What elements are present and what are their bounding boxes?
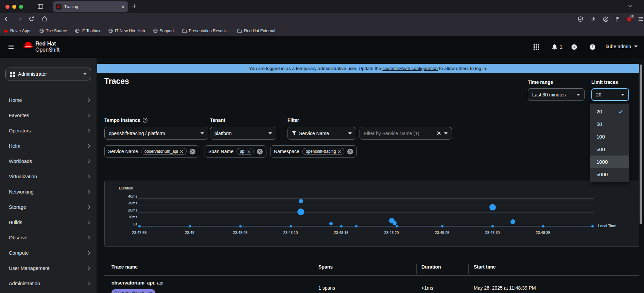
limit-option-100[interactable]: 100 [590, 130, 629, 143]
sidebar-item-administration[interactable]: Administration [0, 278, 97, 289]
limit-traces-select[interactable]: 20 [591, 88, 629, 101]
sidebar-item-virtualization[interactable]: Virtualization [0, 171, 97, 182]
trace-point[interactable] [297, 208, 304, 215]
trace-point[interactable] [393, 221, 397, 225]
clear-chip-group-icon[interactable] [347, 149, 353, 154]
window-close-button[interactable] [5, 5, 10, 9]
sidebar-item-networking[interactable]: Networking [0, 186, 97, 198]
help-circle-icon[interactable]: ? [143, 118, 147, 123]
chip-span-name-value[interactable]: api [237, 148, 254, 155]
trace-point[interactable] [396, 225, 398, 227]
remove-chip-x-icon[interactable] [247, 150, 250, 153]
new-tab-button[interactable] [132, 4, 137, 8]
limit-option-1000[interactable]: 1000 [590, 155, 629, 168]
trace-point[interactable] [441, 225, 443, 227]
trace-point[interactable] [510, 219, 515, 224]
tempo-instance-select[interactable]: openshift-tracing / platform [104, 127, 208, 140]
extension-flag-icon[interactable] [615, 16, 620, 22]
sidebar-item-observe[interactable]: Observe [0, 232, 97, 243]
trace-point[interactable] [355, 225, 358, 227]
window-minimize-button[interactable] [12, 5, 16, 9]
sidebar-item-favorites[interactable]: Favorites [0, 110, 97, 121]
filter-value-input-group [360, 127, 452, 140]
tab-list-chevron-icon[interactable] [628, 4, 632, 7]
home-button[interactable] [41, 16, 48, 22]
bookmark-it-new-hire-hub[interactable]: IT New Hire Hub [108, 29, 145, 33]
trace-point[interactable] [239, 225, 242, 227]
sidebar-item-builds[interactable]: Builds [0, 217, 97, 228]
col-header-trace-name[interactable]: Trace name [111, 264, 138, 270]
col-header-duration[interactable]: Duration [421, 264, 441, 270]
quick-create-plus-icon[interactable] [571, 44, 577, 50]
limit-option-20[interactable]: 20 [590, 105, 629, 118]
bookmark-the-source[interactable]: The Source [39, 29, 67, 33]
app-launcher-icon[interactable] [534, 44, 539, 50]
forward-button[interactable] [16, 16, 22, 22]
trace-point[interactable] [340, 225, 343, 227]
remove-chip-x-icon[interactable] [180, 150, 183, 153]
limit-option-500[interactable]: 500 [590, 143, 629, 155]
trace-point[interactable] [491, 225, 494, 227]
trace-point[interactable] [489, 204, 496, 210]
notifications-bell[interactable]: 1 [552, 44, 562, 50]
col-header-start-time[interactable]: Start time [474, 264, 496, 270]
sidebar-item-user-management[interactable]: User Management [0, 262, 97, 274]
reload-button[interactable] [29, 16, 34, 22]
trace-point[interactable] [542, 225, 544, 227]
chevron-right-icon [88, 205, 90, 209]
sidebar-item-compute[interactable]: Compute [0, 247, 97, 259]
bookmark-support[interactable]: Support [153, 29, 174, 33]
sidebar-item-home[interactable]: Home [0, 94, 97, 106]
filter-value-input[interactable] [364, 131, 434, 136]
bookmark-it-toolbox[interactable]: IT Toolbox [75, 29, 100, 33]
trace-service-badge[interactable]: 1 observatorium_api [111, 289, 155, 293]
sidebar-item-helm[interactable]: Helm [0, 140, 97, 152]
clear-input-x-icon[interactable] [437, 131, 441, 135]
limit-option-50[interactable]: 50 [590, 118, 629, 130]
filter-label: Filter [288, 117, 299, 123]
help-icon[interactable]: ? [590, 44, 595, 50]
browser-tab-tracing[interactable]: Tracing [53, 1, 128, 12]
page-scrollbar-thumb[interactable] [640, 65, 642, 224]
bookmark-folder-presentation-resources[interactable]: Presentation Resour... [182, 29, 229, 33]
oauth-config-link[interactable]: cluster OAuth configuration [382, 66, 438, 71]
chip-group-span-name: Span Name api [205, 145, 266, 158]
back-button[interactable] [4, 16, 10, 22]
tab-close-icon[interactable] [121, 5, 125, 8]
chevron-down-icon[interactable] [444, 132, 448, 134]
trace-point[interactable] [189, 225, 191, 227]
protections-shield-check-icon[interactable] [578, 16, 583, 22]
perspective-switcher[interactable]: Administrator [5, 68, 91, 80]
account-icon[interactable] [603, 16, 609, 22]
x-tick: 23:48:10 [277, 231, 304, 235]
clear-chip-group-icon[interactable] [257, 149, 263, 154]
trace-point[interactable] [299, 199, 303, 203]
tenant-select[interactable]: platform [210, 127, 276, 140]
bookmark-rover-apps[interactable]: Rover Apps [3, 29, 31, 33]
trace-point[interactable] [329, 222, 333, 225]
trace-point[interactable] [591, 225, 594, 227]
time-range-select[interactable]: Last 30 minutes [528, 88, 585, 101]
clear-chip-group-icon[interactable] [190, 149, 195, 154]
folder-icon [182, 29, 187, 33]
filter-type-select[interactable]: Service Name [288, 127, 356, 140]
nav-hamburger-icon[interactable] [8, 44, 14, 49]
adblock-extension-icon[interactable]: 1 [626, 16, 632, 22]
sidebar-toggle-icon[interactable] [37, 3, 43, 10]
window-zoom-button[interactable] [19, 5, 23, 9]
chip-namespace-value[interactable]: openshift-tracing [302, 148, 345, 155]
user-menu[interactable]: kube:admin [606, 44, 638, 49]
downloads-icon[interactable] [591, 16, 596, 22]
remove-chip-x-icon[interactable] [338, 150, 341, 153]
limit-option-5000[interactable]: 5000 [590, 168, 629, 181]
sidebar-item-operators[interactable]: Operators [0, 125, 97, 136]
col-header-spans[interactable]: Spans [318, 264, 333, 270]
bookmark-folder-red-hat-external[interactable]: Red Hat External [237, 29, 275, 33]
trace-point[interactable] [138, 225, 141, 227]
app-menu-icon[interactable] [638, 17, 643, 21]
sidebar-item-storage[interactable]: Storage [0, 201, 97, 213]
sidebar-item-workloads[interactable]: Workloads [0, 155, 97, 167]
chip-service-name-value[interactable]: observatorium_api [141, 148, 187, 155]
trace-point[interactable] [290, 225, 292, 227]
trace-name-cell[interactable]: observatorium_api: api [111, 280, 163, 286]
